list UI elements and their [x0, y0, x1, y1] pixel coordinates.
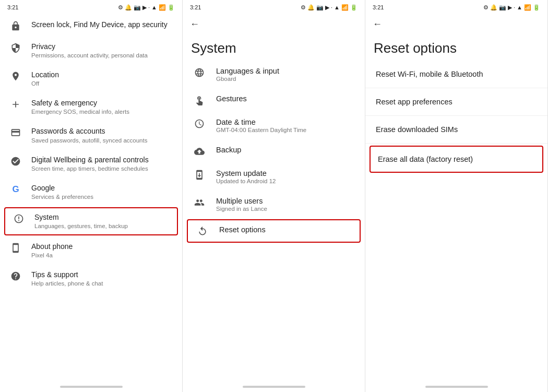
panel-system: 3:21 ⚙ 🔔 📷 ▶ · ▲ 📶 🔋 ← System Languages … [183, 0, 365, 392]
notifications-icon-1: 🔔 [125, 4, 132, 11]
settings-item-system[interactable]: System Languages, gestures, time, backup [4, 207, 178, 235]
update-subtitle: Updated to Android 12 [216, 178, 356, 184]
bottom-indicator-1 [60, 386, 123, 388]
settings-item-screenlock[interactable]: Screen lock, Find My Device, app securit… [0, 15, 182, 37]
signal-icon-1: 📶 [159, 4, 166, 11]
languages-title: Languages & input [216, 67, 356, 75]
update-title: System update [216, 169, 356, 177]
system-item-datetime[interactable]: Date & time GMT-04:00 Eastern Daylight T… [183, 112, 365, 139]
back-button-3[interactable]: ← [365, 15, 547, 32]
system-item-gestures[interactable]: Gestures [183, 88, 365, 112]
settings-list: Screen lock, Find My Device, app securit… [0, 15, 182, 382]
status-icons-1: ⚙ 🔔 📷 ▶ · ▲ 📶 🔋 [118, 4, 175, 11]
settings-item-google[interactable]: G Google Services & preferences [0, 178, 182, 206]
location-title: Location [31, 70, 174, 79]
datetime-icon [191, 118, 208, 129]
reset-title: Reset options [219, 225, 353, 234]
settings-item-tips[interactable]: Tips & support Help articles, phone & ch… [0, 265, 182, 293]
status-bar-2: 3:21 ⚙ 🔔 📷 ▶ · ▲ 📶 🔋 [183, 0, 365, 15]
tips-text: Tips & support Help articles, phone & ch… [31, 270, 174, 288]
users-subtitle: Signed in as Lance [216, 206, 356, 212]
about-icon [8, 243, 23, 253]
about-title: About phone [31, 242, 174, 251]
screenlock-title: Screen lock, Find My Device, app securit… [31, 20, 174, 29]
reset-panel-title: Reset options [365, 32, 547, 61]
reset-item-wifi[interactable]: Reset Wi-Fi, mobile & Bluetooth [365, 61, 547, 88]
system-icon [11, 213, 26, 224]
update-text: System update Updated to Android 12 [216, 169, 356, 184]
users-text: Multiple users Signed in as Lance [216, 197, 356, 212]
reset-list: Reset Wi-Fi, mobile & Bluetooth Reset ap… [365, 61, 547, 382]
screenshot-icon-2: 📷 [316, 4, 324, 11]
panel-reset-options: 3:21 ⚙ 🔔 📷 ▶ · ▲ 📶 🔋 ← Reset options Res… [365, 0, 548, 392]
tips-subtitle: Help articles, phone & chat [31, 280, 174, 288]
system-list: Languages & input Gboard Gestures Date &… [183, 61, 365, 382]
notifications-icon-3: 🔔 [490, 4, 497, 11]
battery-icon-3: 🔋 [533, 4, 540, 11]
wellbeing-subtitle: Screen time, app timers, bedtime schedul… [31, 165, 174, 173]
settings-item-about[interactable]: About phone Pixel 4a [0, 236, 182, 265]
about-subtitle: Pixel 4a [31, 252, 174, 259]
bottom-bar-2 [183, 382, 365, 392]
screenshot-icon-1: 📷 [134, 4, 141, 11]
battery-icon-1: 🔋 [168, 4, 175, 11]
settings-icon-2: ⚙ [301, 4, 306, 11]
system-item-languages[interactable]: Languages & input Gboard [183, 61, 365, 88]
signal-icon-3: 📶 [524, 4, 531, 11]
backup-text: Backup [216, 146, 356, 154]
passwords-title: Passwords & accounts [31, 126, 174, 136]
bottom-bar-1 [0, 382, 182, 392]
notifications-icon-2: 🔔 [307, 4, 315, 11]
privacy-subtitle: Permissions, account activity, personal … [31, 52, 174, 60]
safety-subtitle: Emergency SOS, medical info, alerts [31, 108, 174, 116]
location-subtitle: Off [31, 80, 174, 88]
datetime-text: Date & time GMT-04:00 Eastern Daylight T… [216, 118, 356, 133]
dot-icon-1: · [148, 4, 150, 10]
wellbeing-text: Digital Wellbeing & parental controls Sc… [31, 155, 174, 173]
bottom-bar-3 [365, 382, 547, 392]
reset-text: Reset options [219, 225, 353, 234]
google-subtitle: Services & preferences [31, 193, 174, 201]
panel-settings-list: 3:21 ⚙ 🔔 📷 ▶ · ▲ 📶 🔋 Screen lock, Find M… [0, 0, 183, 392]
languages-text: Languages & input Gboard [216, 67, 356, 82]
system-item-backup[interactable]: Backup [183, 139, 365, 163]
safety-title: Safety & emergency [31, 98, 174, 108]
wifi-icon-2: ▲ [334, 4, 340, 10]
passwords-subtitle: Saved passwords, autofill, synced accoun… [31, 137, 174, 145]
backup-title: Backup [216, 146, 356, 154]
location-icon [8, 71, 23, 81]
location-text: Location Off [31, 70, 174, 88]
google-text: Google Services & preferences [31, 183, 174, 201]
reset-item-sims[interactable]: Erase downloaded SIMs [365, 116, 547, 144]
about-text: About phone Pixel 4a [31, 242, 174, 259]
settings-item-passwords[interactable]: Passwords & accounts Saved passwords, au… [0, 121, 182, 149]
system-item-reset[interactable]: Reset options [187, 219, 361, 243]
settings-item-safety[interactable]: Safety & emergency Emergency SOS, medica… [0, 93, 182, 121]
privacy-title: Privacy [31, 42, 174, 51]
datetime-title: Date & time [216, 118, 356, 126]
google-title: Google [31, 183, 174, 193]
settings-item-privacy[interactable]: Privacy Permissions, account activity, p… [0, 37, 182, 65]
gestures-icon [191, 95, 208, 105]
settings-item-location[interactable]: Location Off [0, 65, 182, 93]
screenlock-text: Screen lock, Find My Device, app securit… [31, 20, 174, 29]
system-title: System [34, 212, 171, 222]
safety-icon [8, 99, 23, 110]
system-item-users[interactable]: Multiple users Signed in as Lance [183, 191, 365, 218]
passwords-icon [8, 127, 23, 138]
status-icons-2: ⚙ 🔔 📷 ▶ · ▲ 📶 🔋 [301, 4, 358, 11]
reset-icon [194, 226, 211, 236]
datetime-subtitle: GMT-04:00 Eastern Daylight Time [216, 127, 356, 133]
users-icon [191, 197, 208, 208]
settings-icon-3: ⚙ [483, 4, 489, 11]
reset-item-app-prefs[interactable]: Reset app preferences [365, 88, 547, 116]
status-time-2: 3:21 [190, 4, 201, 10]
reset-item-factory[interactable]: Erase all data (factory reset) [370, 146, 543, 173]
bottom-indicator-2 [243, 386, 305, 388]
settings-item-wellbeing[interactable]: Digital Wellbeing & parental controls Sc… [0, 150, 182, 178]
privacy-icon [8, 43, 23, 53]
system-item-update[interactable]: System update Updated to Android 12 [183, 163, 365, 191]
status-time-3: 3:21 [373, 4, 384, 10]
gestures-title: Gestures [216, 94, 356, 103]
back-button-2[interactable]: ← [183, 15, 365, 32]
